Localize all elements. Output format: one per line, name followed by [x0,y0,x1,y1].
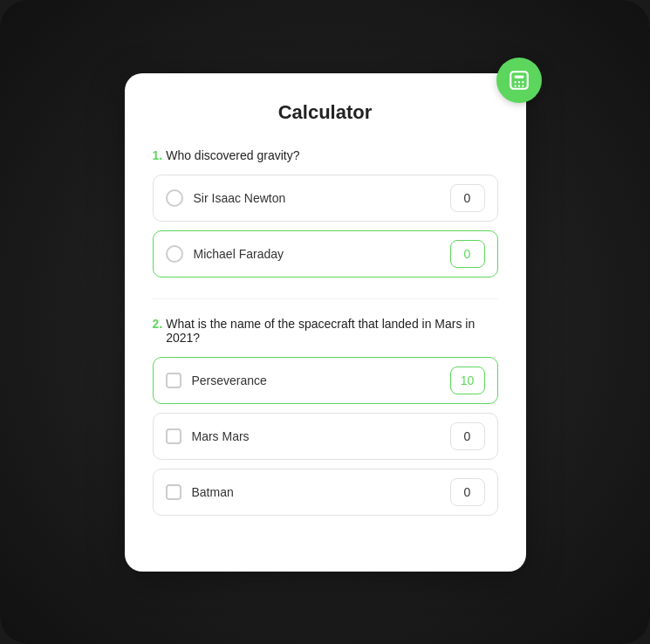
question-2-text: What is the name of the spacecraft that … [166,317,497,345]
option-score-2-2[interactable]: 0 [450,422,485,450]
option-label-2-1: Perseverance [192,373,450,387]
radio-option-1-2[interactable] [166,245,183,263]
section-divider [153,298,498,299]
question-section-2: 2. What is the name of the spacecraft th… [153,317,498,516]
calculator-icon [496,58,542,103]
question-1-label: 1. Who discovered gravity? [153,148,498,162]
option-score-2-3[interactable]: 0 [450,478,485,506]
question-2-number: 2. [153,317,163,331]
question-2-label: 2. What is the name of the spacecraft th… [153,317,498,345]
question-section-1: 1. Who discovered gravity? Sir Isaac New… [153,148,498,277]
svg-rect-2 [514,81,516,83]
svg-rect-4 [522,81,523,83]
svg-rect-1 [514,75,523,78]
option-label-1-2: Michael Faraday [194,247,450,261]
option-row[interactable]: Perseverance 10 [153,357,498,404]
option-row[interactable]: Mars Mars 0 [153,413,498,460]
option-label-2-2: Mars Mars [192,429,450,443]
option-score-1-1[interactable]: 0 [450,184,485,212]
option-row[interactable]: Batman 0 [153,469,498,516]
outer-background: Calculator 1. Who discovered gravity? Si… [0,0,650,644]
svg-rect-6 [517,85,519,86]
checkbox-option-2-1[interactable] [166,373,181,388]
option-score-1-2[interactable]: 0 [450,240,485,268]
svg-rect-7 [522,85,523,86]
option-row[interactable]: Michael Faraday 0 [153,230,498,277]
radio-option-1-1[interactable] [166,189,183,207]
page-title: Calculator [153,101,498,124]
option-row[interactable]: Sir Isaac Newton 0 [153,175,498,222]
calculator-card: Calculator 1. Who discovered gravity? Si… [125,73,526,572]
option-label-2-3: Batman [192,485,450,499]
question-1-text: Who discovered gravity? [166,148,299,162]
option-label-1-1: Sir Isaac Newton [194,191,450,205]
question-1-number: 1. [153,148,163,162]
checkbox-option-2-3[interactable] [166,484,181,500]
svg-rect-5 [514,85,516,86]
svg-rect-3 [517,81,519,83]
checkbox-option-2-2[interactable] [166,428,181,444]
option-score-2-1[interactable]: 10 [450,367,485,394]
